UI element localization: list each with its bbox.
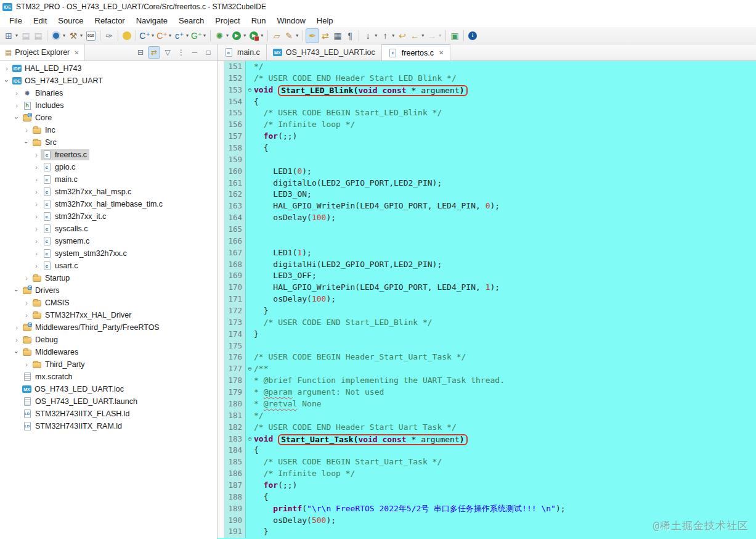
tree-item-usart-c[interactable]: ›cusart.c bbox=[0, 260, 217, 272]
last-edit-location-icon[interactable]: ↩ bbox=[396, 28, 408, 43]
expand-arrow-icon[interactable]: › bbox=[22, 299, 31, 307]
tree-item-mx-scratch[interactable]: mx.scratch bbox=[0, 371, 217, 383]
collapse-arrow-icon[interactable]: › bbox=[23, 138, 30, 147]
minimize-icon[interactable]: ─ bbox=[189, 46, 201, 59]
collapse-all-icon[interactable]: ⊟ bbox=[134, 46, 147, 59]
prev-annotation-icon[interactable]: ↑▾ bbox=[379, 28, 396, 43]
collapse-arrow-icon[interactable]: › bbox=[13, 286, 20, 295]
stm32-target-icon[interactable]: ▾ bbox=[50, 28, 67, 43]
dropdown-arrow-icon[interactable]: ▾ bbox=[168, 33, 173, 38]
collapse-arrow-icon[interactable]: › bbox=[13, 348, 20, 356]
editor-tab-main-c[interactable]: cmain.c bbox=[217, 44, 267, 60]
expand-arrow-icon[interactable]: › bbox=[12, 324, 21, 331]
dropdown-arrow-icon[interactable]: ▾ bbox=[62, 33, 67, 38]
fold-collapse-icon[interactable]: ⊖ bbox=[245, 84, 254, 96]
fold-collapse-icon[interactable]: ⊖ bbox=[245, 363, 254, 375]
expand-arrow-icon[interactable]: › bbox=[22, 126, 31, 134]
tree-item-system-stm32h7xx-c[interactable]: ›csystem_stm32h7xx.c bbox=[0, 247, 217, 260]
show-whitespace-icon[interactable]: ¶ bbox=[344, 28, 356, 43]
expand-arrow-icon[interactable]: › bbox=[32, 237, 41, 245]
menu-item-help[interactable]: Help bbox=[311, 15, 339, 26]
binary-file-icon[interactable]: 010 bbox=[84, 28, 97, 43]
view-menu-icon[interactable]: ⋮ bbox=[175, 46, 187, 59]
expand-arrow-icon[interactable]: › bbox=[32, 163, 41, 171]
tree-item-main-c[interactable]: ›cmain.c bbox=[0, 173, 217, 186]
new-cpp-project-icon[interactable]: C⁺▾ bbox=[156, 28, 173, 43]
expand-arrow-icon[interactable]: › bbox=[32, 188, 41, 195]
tree-item-drivers[interactable]: ›Drivers bbox=[0, 284, 217, 297]
expand-arrow-icon[interactable]: › bbox=[32, 176, 41, 183]
tree-item-stm32h743iitx-flash-ld[interactable]: LDSTM32H743IITX_FLASH.ld bbox=[0, 408, 217, 420]
dropdown-arrow-icon[interactable]: ▾ bbox=[185, 33, 190, 38]
expand-arrow-icon[interactable]: › bbox=[32, 151, 41, 158]
dropdown-arrow-icon[interactable]: ▾ bbox=[420, 33, 425, 38]
tree-item-cmsis[interactable]: ›CMSIS bbox=[0, 297, 217, 309]
dropdown-arrow-icon[interactable]: ▾ bbox=[259, 33, 264, 38]
link-with-editor-icon[interactable]: ⇄ bbox=[319, 28, 331, 43]
expand-arrow-icon[interactable]: › bbox=[32, 225, 41, 232]
tree-item-startup[interactable]: ›Startup bbox=[0, 272, 217, 284]
dropdown-arrow-icon[interactable]: ▾ bbox=[242, 33, 247, 38]
profile-run-icon[interactable]: ▶▾ bbox=[248, 28, 265, 43]
menu-item-run[interactable]: Run bbox=[246, 15, 272, 26]
maximize-icon[interactable]: □ bbox=[202, 46, 214, 59]
import-folder-icon[interactable]: ▱ bbox=[270, 28, 283, 43]
dropdown-arrow-icon[interactable]: ▾ bbox=[391, 33, 396, 38]
fold-collapse-icon[interactable]: ⊖ bbox=[245, 434, 254, 445]
dropdown-arrow-icon[interactable]: ▾ bbox=[14, 33, 19, 38]
launch-lamp-icon[interactable] bbox=[121, 28, 133, 43]
tree-item-src[interactable]: ›Src bbox=[0, 136, 217, 149]
expand-arrow-icon[interactable]: › bbox=[2, 65, 11, 72]
project-explorer-tab[interactable]: ▤ Project Explorer ✕ bbox=[0, 44, 85, 60]
close-icon[interactable]: ✕ bbox=[74, 49, 79, 56]
editor-tab-os-h743-led-uart-ioc[interactable]: MXOS_H743_LED_UART.ioc bbox=[267, 44, 382, 60]
dropdown-arrow-icon[interactable]: ▾ bbox=[295, 33, 299, 38]
menu-item-search[interactable]: Search bbox=[173, 15, 209, 26]
soldering-tool-icon[interactable]: ✑ bbox=[103, 28, 115, 43]
expand-arrow-icon[interactable]: › bbox=[22, 361, 31, 368]
new-codegen-icon[interactable]: G⁺▾ bbox=[190, 28, 208, 43]
expand-arrow-icon[interactable]: › bbox=[32, 262, 41, 270]
collapse-arrow-icon[interactable]: › bbox=[13, 113, 20, 122]
expand-arrow-icon[interactable]: › bbox=[12, 102, 21, 109]
link-with-editor-icon[interactable]: ⇄ bbox=[148, 46, 160, 59]
menu-item-edit[interactable]: Edit bbox=[28, 15, 52, 26]
tree-item-inc[interactable]: ›Inc bbox=[0, 124, 217, 136]
tree-item-os-h743-led-uart[interactable]: ›IDEOS_H743_LED_UART bbox=[0, 75, 217, 87]
menu-item-source[interactable]: Source bbox=[52, 15, 89, 26]
new-c-file-icon[interactable]: c⁺▾ bbox=[173, 28, 190, 43]
back-icon[interactable]: ←▾ bbox=[408, 28, 426, 43]
format-brush-icon[interactable]: ✎▾ bbox=[283, 28, 300, 43]
code-editor[interactable]: 151*/152/* USER CODE END Header Start LE… bbox=[217, 61, 756, 539]
tree-item-binaries[interactable]: ›✸Binaries bbox=[0, 87, 217, 99]
new-c-project-icon[interactable]: C⁺▾ bbox=[139, 28, 156, 43]
tree-item-third-party[interactable]: ›Third_Party bbox=[0, 358, 217, 371]
editor-tab-freertos-c[interactable]: cfreertos.c✕ bbox=[382, 44, 451, 60]
dropdown-arrow-icon[interactable]: ▾ bbox=[225, 33, 230, 38]
dropdown-arrow-icon[interactable]: ▾ bbox=[437, 33, 442, 38]
tree-item-syscalls-c[interactable]: ›csyscalls.c bbox=[0, 223, 217, 235]
run-icon[interactable]: ▶▾ bbox=[230, 28, 248, 43]
tree-item-stm32h7xx-hal-driver[interactable]: ›STM32H7xx_HAL_Driver bbox=[0, 309, 217, 321]
close-icon[interactable]: ✕ bbox=[439, 49, 444, 56]
tree-item-debug[interactable]: ›Debug bbox=[0, 334, 217, 346]
tree-item-freertos-c[interactable]: ›cfreertos.c bbox=[0, 149, 217, 161]
expand-arrow-icon[interactable]: › bbox=[32, 250, 41, 257]
expand-arrow-icon[interactable]: › bbox=[12, 336, 21, 344]
expand-arrow-icon[interactable]: › bbox=[22, 311, 31, 319]
menu-item-window[interactable]: Window bbox=[272, 15, 311, 26]
menu-item-refactor[interactable]: Refactor bbox=[89, 15, 131, 26]
tree-item-os-h743-led-uart-ioc[interactable]: MXOS_H743_LED_UART.ioc bbox=[0, 383, 217, 395]
dropdown-arrow-icon[interactable]: ▾ bbox=[150, 33, 155, 38]
dropdown-arrow-icon[interactable]: ▾ bbox=[79, 33, 84, 38]
collapse-arrow-icon[interactable]: › bbox=[3, 76, 10, 85]
filter-icon[interactable]: ▽ bbox=[161, 46, 174, 59]
expand-arrow-icon[interactable]: › bbox=[32, 213, 41, 220]
expand-arrow-icon[interactable]: › bbox=[12, 89, 21, 97]
mark-occurrences-icon[interactable]: ✒ bbox=[306, 28, 319, 43]
menu-item-project[interactable]: Project bbox=[209, 15, 245, 26]
tree-item-middlewares[interactable]: ›Middlewares bbox=[0, 346, 217, 358]
expand-arrow-icon[interactable]: › bbox=[22, 274, 31, 282]
menu-item-file[interactable]: File bbox=[4, 15, 28, 26]
tree-item-sysmem-c[interactable]: ›csysmem.c bbox=[0, 235, 217, 247]
